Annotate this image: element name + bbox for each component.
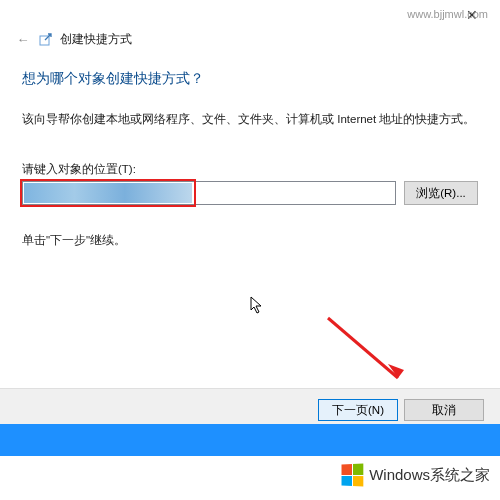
dialog-title: 创建快捷方式 [60,31,132,48]
header: ← 创建快捷方式 [0,30,500,54]
svg-marker-2 [388,364,404,378]
instruction-text: 单击"下一步"继续。 [22,233,478,248]
location-input[interactable] [22,181,396,205]
create-shortcut-dialog: www.bjjmwl.com ✕ ← 创建快捷方式 想为哪个对象创建快捷方式？ … [0,0,500,500]
browse-button[interactable]: 浏览(R)... [404,181,478,205]
main-heading: 想为哪个对象创建快捷方式？ [22,70,478,88]
watermark-url: www.bjjmwl.com [407,8,488,20]
content-area: 想为哪个对象创建快捷方式？ 该向导帮你创建本地或网络程序、文件、文件夹、计算机或… [0,54,500,248]
location-label: 请键入对象的位置(T): [22,162,478,177]
cursor-icon [250,296,266,316]
taskbar-band [0,424,500,456]
watermark-text: Windows系统之家 [369,466,490,485]
windows-logo-icon [342,464,364,487]
svg-line-1 [328,318,398,378]
next-button[interactable]: 下一页(N) [318,399,398,421]
location-row: 浏览(R)... [22,181,478,205]
watermark: Windows系统之家 [341,464,490,486]
back-arrow-icon[interactable]: ← [14,30,32,48]
description-text: 该向导帮你创建本地或网络程序、文件、文件夹、计算机或 Internet 地址的快… [22,110,478,128]
annotation-arrow-icon [320,310,420,400]
cancel-button[interactable]: 取消 [404,399,484,421]
shortcut-icon [38,31,54,47]
